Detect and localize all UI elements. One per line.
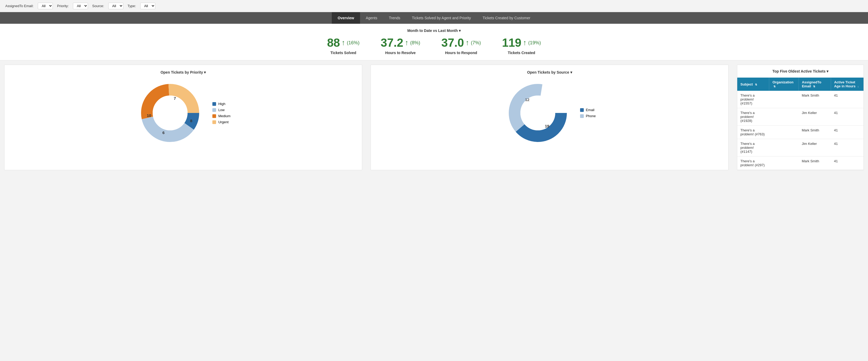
legend-medium-dot — [212, 114, 216, 118]
hours-resolve-arrow: ↑ — [405, 39, 409, 46]
nav-tickets-created[interactable]: Tickets Created by Customer — [477, 12, 536, 24]
cell-age: 41 — [831, 139, 864, 157]
table-row[interactable]: There's a problem! (#297) Mark Smith 41 — [737, 157, 864, 170]
active-tickets-table: Subject ⇅ Organization ⇅ AssignedTo Emai… — [737, 77, 864, 170]
legend-email-label: Email — [586, 108, 595, 112]
metric-tickets-solved-value: 88 ↑ (16%) — [327, 37, 360, 48]
legend-urgent: Urgent — [212, 120, 230, 124]
nav-overview[interactable]: Overview — [332, 12, 360, 24]
priority-label: Priority: — [57, 4, 69, 8]
legend-urgent-label: Urgent — [218, 120, 228, 124]
tickets-solved-pct: (16%) — [347, 40, 360, 45]
summary-metrics: 88 ↑ (16%) Tickets Solved 37.2 ↑ (8%) Ho… — [5, 37, 863, 55]
tickets-created-label: Tickets Created — [502, 51, 541, 55]
org-sort-icon: ⇅ — [773, 85, 776, 88]
legend-low: Low — [212, 108, 230, 112]
col-assigned-to[interactable]: AssignedTo Email ⇅ — [799, 77, 831, 91]
cell-subject: There's a problem! (#1557) — [737, 91, 769, 108]
hours-respond-pct: (7%) — [471, 40, 481, 45]
legend-medium: Medium — [212, 114, 230, 118]
table-row[interactable]: There's a problem! (#1147) Jim Keller 41 — [737, 139, 864, 157]
active-tickets-card: Top Five Oldest Active Tickets ▾ Subject… — [737, 65, 864, 170]
cell-organization — [769, 157, 799, 170]
legend-medium-label: Medium — [218, 114, 230, 118]
priority-medium-label: 6 — [162, 130, 164, 135]
col-organization[interactable]: Organization ⇅ — [769, 77, 799, 91]
source-donut-container: 19 12 Email Phone — [376, 79, 723, 147]
nav-tickets-solved[interactable]: Tickets Solved by Agent and Priority — [406, 12, 477, 24]
nav-agents[interactable]: Agents — [360, 12, 383, 24]
cell-organization — [769, 91, 799, 108]
summary-section: Month to Date vs Last Month ▾ 88 ↑ (16%)… — [0, 24, 868, 60]
nav-trends[interactable]: Trends — [383, 12, 406, 24]
hours-respond-arrow: ↑ — [465, 39, 469, 46]
legend-phone-label: Phone — [586, 114, 596, 118]
tickets-created-arrow: ↑ — [523, 39, 527, 46]
priority-select[interactable]: All — [73, 3, 88, 9]
cell-subject: There's a problem! (#1147) — [737, 139, 769, 157]
priority-chart-title[interactable]: Open Tickets by Priority ▾ — [10, 70, 356, 74]
hours-respond-label: Hours to Respond — [441, 51, 481, 55]
metric-hours-respond: 37.0 ↑ (7%) Hours to Respond — [441, 37, 481, 55]
priority-urgent-label: 10 — [147, 113, 151, 118]
cell-age: 41 — [831, 91, 864, 108]
metric-hours-resolve-value: 37.2 ↑ (8%) — [381, 37, 420, 48]
source-select[interactable]: All — [108, 3, 123, 9]
metric-hours-respond-value: 37.0 ↑ (7%) — [441, 37, 481, 48]
cell-age: 41 — [831, 157, 864, 170]
metric-tickets-solved: 88 ↑ (16%) Tickets Solved — [327, 37, 360, 55]
priority-legend: High Low Medium Urgent — [212, 102, 230, 124]
cell-organization — [769, 108, 799, 126]
hours-resolve-label: Hours to Resolve — [381, 51, 420, 55]
legend-email-dot — [580, 108, 584, 112]
source-legend: Email Phone — [580, 108, 596, 118]
priority-donut-hole — [153, 96, 188, 130]
priority-donut-container: 7 8 6 10 High Low Medium — [10, 79, 356, 147]
assigned-sort-icon: ⇅ — [813, 85, 815, 88]
priority-low-label: 8 — [190, 119, 192, 123]
priority-high-label: 7 — [174, 96, 176, 101]
table-row[interactable]: There's a problem! (#1928) Jim Keller 41 — [737, 108, 864, 126]
cell-assigned-to: Mark Smith — [799, 157, 831, 170]
legend-high: High — [212, 102, 230, 106]
type-label: Type: — [128, 4, 136, 8]
legend-phone: Phone — [580, 114, 596, 118]
subject-sort-icon: ⇅ — [755, 83, 757, 86]
table-row[interactable]: There's a problem! (#763) Mark Smith 41 — [737, 126, 864, 139]
source-label: Source: — [92, 4, 104, 8]
active-tickets-title[interactable]: Top Five Oldest Active Tickets ▾ — [737, 65, 864, 77]
table-row[interactable]: There's a problem! (#1557) Mark Smith 41 — [737, 91, 864, 108]
metric-tickets-created: 119 ↑ (19%) Tickets Created — [502, 37, 541, 55]
cell-age: 41 — [831, 126, 864, 139]
cell-assigned-to: Mark Smith — [799, 126, 831, 139]
table-header-row: Subject ⇅ Organization ⇅ AssignedTo Emai… — [737, 77, 864, 91]
tickets-created-pct: (19%) — [528, 40, 541, 45]
age-sort-icon: ↓ — [858, 85, 859, 88]
cell-subject: There's a problem! (#297) — [737, 157, 769, 170]
tickets-solved-arrow: ↑ — [342, 39, 345, 46]
charts-section: Open Tickets by Priority ▾ 7 8 — [0, 60, 868, 174]
cell-organization — [769, 126, 799, 139]
legend-low-label: Low — [218, 108, 224, 112]
assigned-to-select[interactable]: All — [38, 3, 53, 9]
source-phone-label: 12 — [525, 97, 529, 102]
legend-high-label: High — [218, 102, 225, 106]
source-chart-card: Open Tickets by Source ▾ 19 12 Email — [371, 65, 728, 170]
legend-low-dot — [212, 108, 216, 112]
tickets-solved-label: Tickets Solved — [327, 51, 360, 55]
col-age[interactable]: Active Ticket Age in Hours ↓ — [831, 77, 864, 91]
hours-resolve-pct: (8%) — [410, 40, 420, 45]
legend-email: Email — [580, 108, 596, 112]
summary-title[interactable]: Month to Date vs Last Month ▾ — [5, 29, 863, 33]
type-select[interactable]: All — [140, 3, 155, 9]
source-donut-svg: 19 12 — [503, 79, 572, 147]
cell-assigned-to: Mark Smith — [799, 91, 831, 108]
source-chart-title[interactable]: Open Tickets by Source ▾ — [376, 70, 723, 74]
priority-chart-card: Open Tickets by Priority ▾ 7 8 — [4, 65, 362, 170]
col-subject[interactable]: Subject ⇅ — [737, 77, 769, 91]
filter-bar: AssignedTo Email: All Priority: All Sour… — [0, 0, 868, 12]
assigned-to-label: AssignedTo Email: — [5, 4, 34, 8]
cell-organization — [769, 139, 799, 157]
cell-assigned-to: Jim Keller — [799, 139, 831, 157]
legend-urgent-dot — [212, 120, 216, 124]
